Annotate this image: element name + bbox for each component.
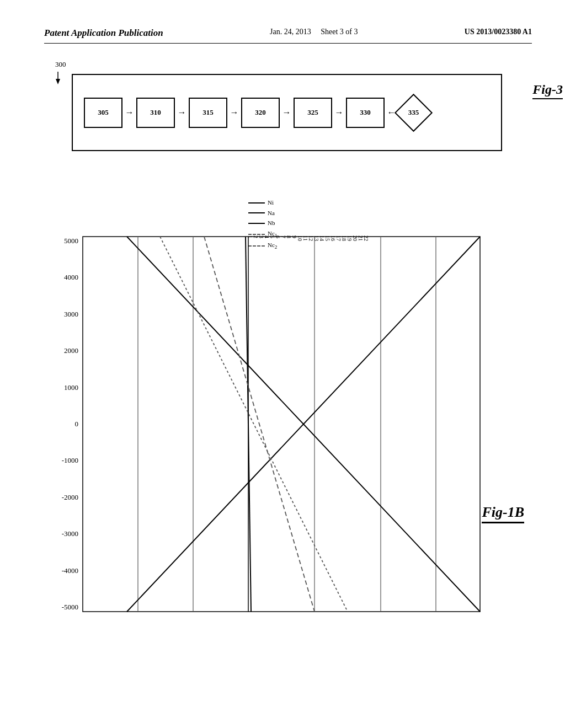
flow-step-335: 335 [398, 98, 429, 128]
y-3000: 3000 [64, 310, 78, 319]
y-0: 0 [75, 420, 79, 429]
flowchart-box: 305 → 310 → 315 → 320 → 325 → [72, 74, 502, 151]
legend-nc1-line [248, 234, 265, 235]
legend-na-label: Na [268, 208, 275, 218]
x-axis-numbers: 22 21 20 19 18 17 16 15 14 13 12 11 10 9… [247, 235, 369, 611]
svg-marker-1 [56, 79, 60, 84]
y-neg3000: -3000 [62, 529, 78, 538]
y-neg4000: -4000 [62, 566, 78, 575]
fig1b-title: Fig-1B [482, 504, 524, 523]
fig3-ref-label: 300 [47, 60, 69, 85]
fig3-title: Fig-3 [532, 82, 563, 99]
flow-step-320: 320 [241, 98, 280, 128]
arrow-3: → [227, 107, 241, 118]
legend-na: Na [248, 208, 277, 218]
arrow-5: → [332, 107, 346, 118]
legend-ni-line [248, 202, 265, 204]
legend-nb-line [248, 223, 265, 224]
date-sheet-label: Jan. 24, 2013 Sheet 3 of 3 [270, 28, 358, 36]
arrow-2: → [175, 107, 189, 118]
flow-step-330: 330 [346, 98, 385, 128]
flow-step-315: 315 [189, 98, 227, 128]
fig1b-container: Ni Na Nb Nc1 Nc2 5000 4000 3000 [44, 192, 541, 634]
flow-step-305: 305 [84, 98, 122, 128]
y-neg5000: -5000 [62, 603, 78, 612]
y-4000: 4000 [64, 273, 78, 282]
y-5000: 5000 [64, 237, 78, 245]
arrow-1: → [122, 107, 136, 118]
legend-nb-label: Nb [268, 218, 275, 228]
y-2000: 2000 [64, 346, 78, 355]
y-neg1000: -1000 [62, 456, 78, 465]
y-axis: 5000 4000 3000 2000 1000 0 -1000 -2000 -… [44, 237, 83, 612]
legend-ni-label: Ni [268, 198, 274, 208]
publication-label: Patent Application Publication [44, 28, 163, 39]
date-label: Jan. 24, 2013 [270, 28, 311, 36]
legend-na-line [248, 212, 265, 213]
patent-number-label: US 2013/0023380 A1 [465, 28, 532, 36]
fig3-container: 300 305 → 310 → 315 → 320 [66, 60, 519, 170]
y-neg2000: -2000 [62, 493, 78, 502]
y-1000: 1000 [64, 383, 78, 392]
arrow-4: → [280, 107, 294, 118]
legend-nb: Nb [248, 218, 277, 228]
legend-ni: Ni [248, 198, 277, 208]
flow-step-310: 310 [136, 98, 175, 128]
sheet-label: Sheet 3 of 3 [321, 28, 358, 36]
page: Patent Application Publication Jan. 24, … [0, 0, 565, 728]
page-header: Patent Application Publication Jan. 24, … [44, 28, 532, 44]
flow-step-325: 325 [294, 98, 332, 128]
